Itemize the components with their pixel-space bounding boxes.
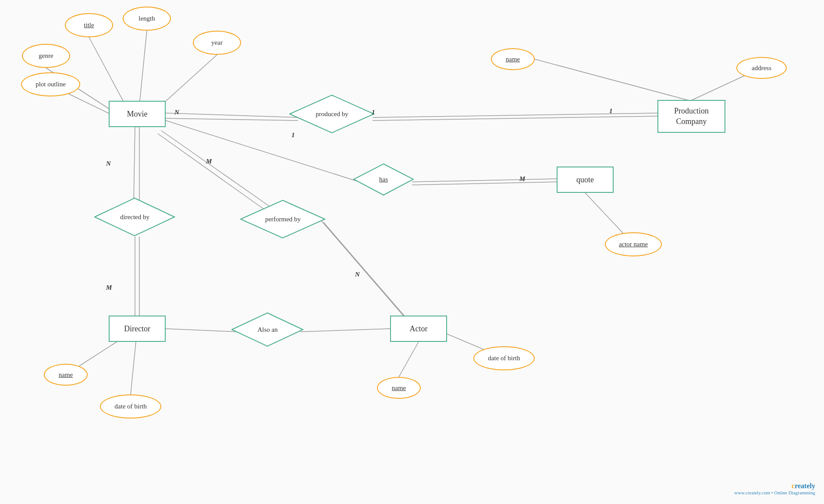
attr-actor-name-label: actor name [619, 241, 648, 248]
entity-director: Director [109, 316, 166, 342]
attr-genre-label: genre [39, 52, 53, 60]
label-1-has: 1 [291, 131, 295, 139]
rel-directed-by-label: directed by [120, 213, 149, 221]
attr-actor-name-bottom-label: name [392, 384, 406, 392]
attr-director-name: name [44, 364, 88, 386]
attr-actor-dob-label: date of birth [488, 355, 520, 362]
label-m-director: M [106, 284, 112, 291]
svg-line-17 [320, 219, 403, 316]
label-n-actor: N [355, 271, 360, 278]
attr-actor-name-bottom: name [377, 377, 421, 399]
svg-line-20 [412, 179, 557, 182]
svg-line-6 [166, 118, 298, 121]
attr-director-dob: date of birth [100, 394, 161, 419]
connection-lines [0, 0, 824, 504]
rel-has-label: has [379, 176, 388, 183]
rel-produced-by: produced by [289, 94, 375, 134]
svg-line-21 [412, 182, 557, 185]
entity-production-company-label: ProductionCompany [674, 106, 709, 127]
label-1a: 1 [372, 109, 375, 116]
entity-actor-label: Actor [410, 324, 428, 334]
entity-director-label: Director [124, 324, 150, 334]
entity-movie-label: Movie [127, 110, 148, 119]
attr-prod-address-label: address [752, 64, 771, 72]
attr-title-label: title [84, 21, 94, 29]
watermark-creately: creately [734, 482, 815, 490]
attr-prod-address: address [736, 57, 787, 79]
label-n-directed: N [106, 160, 111, 167]
attr-plot-outline: plot outline [21, 72, 80, 96]
attr-director-dob-label: date of birth [114, 403, 146, 410]
svg-line-8 [373, 116, 657, 121]
svg-line-7 [373, 113, 657, 117]
rel-performed-by-label: performed by [265, 216, 301, 223]
svg-line-5 [166, 113, 298, 117]
svg-line-11 [134, 127, 135, 202]
entity-actor: Actor [390, 316, 447, 342]
attr-year-label: year [211, 39, 223, 46]
attr-title: title [65, 13, 113, 37]
diagram-container: Movie ProductionCompany Director Actor q… [0, 0, 824, 504]
entity-production-company: ProductionCompany [657, 100, 725, 133]
rel-has: has [353, 163, 414, 196]
svg-line-9 [535, 59, 690, 101]
rel-performed-by: performed by [240, 199, 326, 239]
svg-line-16 [161, 131, 275, 210]
svg-line-18 [323, 222, 407, 319]
svg-line-28 [399, 342, 419, 377]
label-n1: N [174, 109, 179, 116]
entity-quote: quote [557, 167, 614, 193]
attr-length: length [123, 7, 171, 31]
rel-directed-by: directed by [94, 197, 175, 237]
entity-movie: Movie [109, 101, 166, 127]
label-m-has: M [519, 175, 525, 183]
label-m-performed: M [206, 158, 212, 165]
rel-also-an-label: Also an [257, 326, 277, 334]
watermark: creately www.creately.com • Online Diagr… [734, 482, 815, 495]
attr-genre: genre [22, 44, 70, 68]
entity-quote-label: quote [576, 175, 594, 185]
rel-produced-by-label: produced by [316, 110, 348, 118]
attr-director-name-label: name [59, 371, 73, 379]
attr-prod-name: name [491, 48, 535, 70]
label-1b: 1 [609, 107, 613, 115]
svg-line-26 [300, 329, 390, 332]
rel-also-an: Also an [231, 312, 304, 347]
attr-actor-dob: date of birth [473, 346, 535, 370]
attr-plot-outline-label: plot outline [36, 81, 66, 88]
attr-length-label: length [139, 15, 155, 22]
watermark-sub: www.creately.com • Online Diagramming [734, 490, 815, 495]
svg-line-25 [166, 329, 237, 332]
attr-prod-name-label: name [506, 56, 520, 63]
attr-actor-name: actor name [605, 232, 662, 256]
attr-year: year [193, 31, 241, 55]
